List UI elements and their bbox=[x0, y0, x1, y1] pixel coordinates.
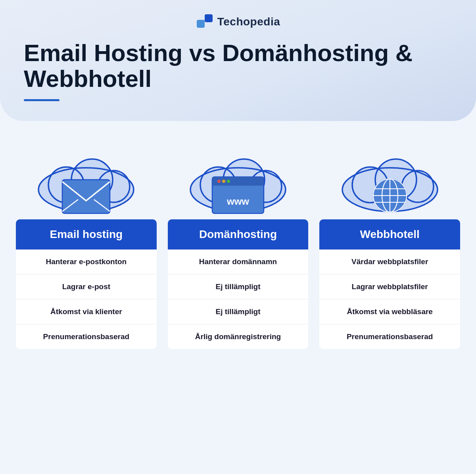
domain-cloud-icon: www bbox=[168, 140, 309, 219]
hero-section: Techopedia Email Hosting vs Domänhosting… bbox=[0, 0, 476, 121]
svg-rect-1 bbox=[197, 20, 205, 28]
main-content: Email hosting Hanterar e-postkonton Lagr… bbox=[0, 121, 476, 365]
web-hotel-features: Värdar webbplatsfiler Lagrar webbplatsfi… bbox=[319, 249, 460, 349]
svg-point-25 bbox=[217, 180, 221, 183]
email-hosting-column: Email hosting Hanterar e-postkonton Lagr… bbox=[16, 140, 157, 349]
logo-text: Techopedia bbox=[217, 15, 280, 28]
email-feature-1: Hanterar e-postkonton bbox=[16, 249, 157, 274]
web-cloud-icon bbox=[319, 140, 460, 219]
domain-hosting-header: Domänhosting bbox=[168, 219, 309, 249]
email-feature-3: Åtkomst via klienter bbox=[16, 299, 157, 324]
svg-rect-0 bbox=[205, 14, 213, 22]
domain-hosting-title: Domänhosting bbox=[199, 228, 277, 240]
domain-feature-4: Årlig domänregistrering bbox=[168, 324, 309, 349]
svg-point-27 bbox=[227, 180, 230, 183]
email-cloud-icon bbox=[16, 140, 157, 219]
svg-rect-11 bbox=[62, 180, 110, 213]
web-cloud-svg bbox=[334, 142, 445, 217]
logo-icon bbox=[196, 14, 213, 29]
email-hosting-features: Hanterar e-postkonton Lagrar e-post Åtko… bbox=[16, 249, 157, 349]
web-hotel-header: Webbhotell bbox=[319, 219, 460, 249]
domain-feature-2: Ej tillämpligt bbox=[168, 274, 309, 299]
email-feature-4: Prenumerationsbaserad bbox=[16, 324, 157, 349]
email-hosting-header: Email hosting bbox=[16, 219, 157, 249]
email-hosting-title: Email hosting bbox=[50, 228, 123, 240]
page-title: Email Hosting vs Domänhosting & Webbhote… bbox=[24, 40, 452, 92]
comparison-columns: Email hosting Hanterar e-postkonton Lagr… bbox=[16, 140, 460, 349]
web-feature-4: Prenumerationsbaserad bbox=[319, 324, 460, 349]
web-feature-2: Lagrar webbplatsfiler bbox=[319, 274, 460, 299]
email-feature-2: Lagrar e-post bbox=[16, 274, 157, 299]
web-hotel-title: Webbhotell bbox=[360, 228, 419, 240]
email-cloud-svg bbox=[31, 142, 142, 217]
title-underline bbox=[24, 99, 60, 101]
domain-hosting-column: www Domänhosting Hanterar domännamn Ej t… bbox=[168, 140, 309, 349]
domain-feature-3: Ej tillämpligt bbox=[168, 299, 309, 324]
logo-container: Techopedia bbox=[196, 14, 280, 29]
web-feature-1: Värdar webbplatsfiler bbox=[319, 249, 460, 274]
logo-bar: Techopedia bbox=[24, 14, 452, 29]
web-feature-3: Åtkomst via webbläsare bbox=[319, 299, 460, 324]
domain-feature-1: Hanterar domännamn bbox=[168, 249, 309, 274]
svg-text:www: www bbox=[226, 196, 249, 207]
svg-point-26 bbox=[222, 180, 225, 183]
domain-cloud-svg: www bbox=[182, 142, 294, 217]
domain-hosting-features: Hanterar domännamn Ej tillämpligt Ej til… bbox=[168, 249, 309, 349]
web-hotel-column: Webbhotell Värdar webbplatsfiler Lagrar … bbox=[319, 140, 460, 349]
